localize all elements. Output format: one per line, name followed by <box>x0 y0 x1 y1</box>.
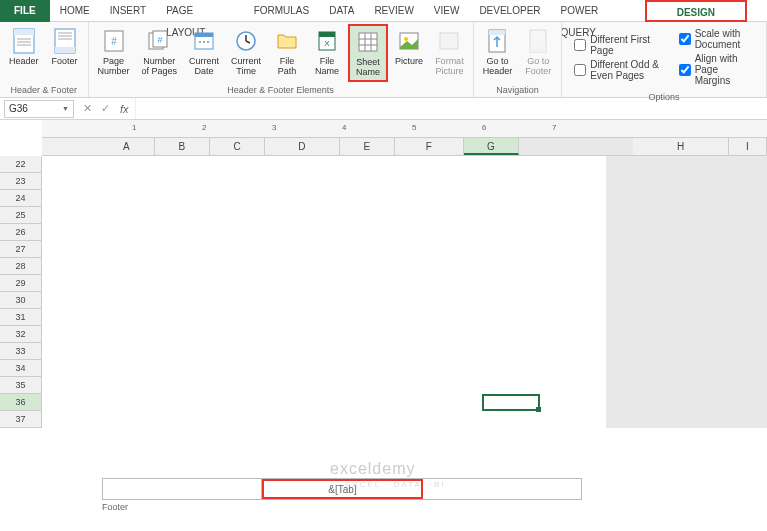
svg-rect-25 <box>319 32 335 37</box>
row-header[interactable]: 23 <box>0 173 41 190</box>
tab-page-layout[interactable]: PAGE LAYOUT <box>156 0 243 22</box>
header-label: Header <box>9 57 39 67</box>
fx-icon[interactable]: fx <box>120 103 129 115</box>
row-header[interactable]: 35 <box>0 377 41 394</box>
ribbon-group-navigation: Go toHeader Go toFooter Navigation <box>474 22 563 97</box>
accept-formula-button[interactable]: ✓ <box>96 102 114 115</box>
col-header-b[interactable]: B <box>155 138 210 155</box>
calendar-icon <box>190 27 218 55</box>
row-header[interactable]: 34 <box>0 360 41 377</box>
svg-rect-38 <box>530 47 546 52</box>
tab-power-query[interactable]: POWER QUERY <box>551 0 645 22</box>
ribbon: Header Footer Header & Footer # PageNumb… <box>0 22 767 98</box>
col-header-h[interactable]: H <box>633 138 728 155</box>
col-header-c[interactable]: C <box>210 138 265 155</box>
ribbon-group-elements: # PageNumber # Numberof Pages CurrentDat… <box>89 22 474 97</box>
format-picture-icon <box>435 27 463 55</box>
tab-insert[interactable]: INSERT <box>100 0 157 22</box>
svg-point-20 <box>207 41 209 43</box>
file-path-label: FilePath <box>278 57 297 77</box>
horizontal-ruler: 1 2 3 4 5 6 7 <box>42 120 767 138</box>
file-path-button[interactable]: FilePath <box>268 24 306 80</box>
go-to-footer-label: Go toFooter <box>525 57 551 77</box>
cancel-formula-button[interactable]: ✕ <box>78 102 96 115</box>
go-to-header-button[interactable]: Go toHeader <box>478 24 518 80</box>
go-to-header-icon <box>483 27 511 55</box>
page-number-label: PageNumber <box>98 57 130 77</box>
sheet-name-button[interactable]: SheetName <box>348 24 388 82</box>
col-header-i[interactable]: I <box>729 138 767 155</box>
ribbon-group-options: Different First Page Different Odd & Eve… <box>562 22 767 97</box>
row-header[interactable]: 28 <box>0 258 41 275</box>
col-header-f[interactable]: F <box>395 138 464 155</box>
header-button[interactable]: Header <box>4 24 44 70</box>
picture-icon <box>395 27 423 55</box>
row-headers: 22 23 24 25 26 27 28 29 30 31 32 33 34 3… <box>0 156 42 428</box>
svg-point-33 <box>404 37 408 41</box>
tab-data[interactable]: DATA <box>319 0 364 22</box>
current-date-button[interactable]: CurrentDate <box>184 24 224 80</box>
number-of-pages-label: Numberof Pages <box>142 57 178 77</box>
picture-label: Picture <box>395 57 423 67</box>
picture-button[interactable]: Picture <box>390 24 428 70</box>
row-header[interactable]: 24 <box>0 190 41 207</box>
tab-developer[interactable]: DEVELOPER <box>469 0 550 22</box>
current-time-button[interactable]: CurrentTime <box>226 24 266 80</box>
tab-formulas[interactable]: FORMULAS <box>244 0 320 22</box>
svg-rect-36 <box>489 30 505 35</box>
scale-with-document-checkbox[interactable]: Scale with Document <box>679 28 754 50</box>
tab-review[interactable]: REVIEW <box>364 0 423 22</box>
tab-view[interactable]: VIEW <box>424 0 470 22</box>
watermark-sub: EXCEL · DATA · BI <box>345 480 446 489</box>
row-header[interactable]: 22 <box>0 156 41 173</box>
row-header[interactable]: 32 <box>0 326 41 343</box>
different-first-page-checkbox[interactable]: Different First Page <box>574 34 660 56</box>
row-header[interactable]: 27 <box>0 241 41 258</box>
different-first-label: Different First Page <box>590 34 660 56</box>
tab-design[interactable]: DESIGN <box>645 0 747 22</box>
name-box[interactable]: G36 ▼ <box>4 100 74 118</box>
row-header[interactable]: 37 <box>0 411 41 428</box>
svg-text:#: # <box>158 35 163 45</box>
formula-bar: G36 ▼ ✕ ✓ fx <box>0 98 767 120</box>
col-header-g[interactable]: G <box>464 138 519 155</box>
name-box-value: G36 <box>9 103 28 114</box>
row-header[interactable]: 31 <box>0 309 41 326</box>
col-header-a[interactable]: A <box>99 138 154 155</box>
different-odd-even-label: Different Odd & Even Pages <box>590 59 660 81</box>
current-date-label: CurrentDate <box>189 57 219 77</box>
page-break-area <box>606 156 767 428</box>
col-header-e[interactable]: E <box>340 138 395 155</box>
row-header[interactable]: 36 <box>0 394 41 411</box>
align-margins-label: Align with Page Margins <box>695 53 754 86</box>
row-header[interactable]: 33 <box>0 343 41 360</box>
watermark: exceldemy <box>330 460 415 478</box>
formula-input[interactable] <box>135 98 767 119</box>
different-odd-even-checkbox[interactable]: Different Odd & Even Pages <box>574 59 660 81</box>
cells-area[interactable] <box>42 156 767 428</box>
ruler-mark: 1 <box>132 123 136 132</box>
row-header[interactable]: 30 <box>0 292 41 309</box>
svg-rect-34 <box>440 33 458 49</box>
number-of-pages-icon: # <box>145 27 173 55</box>
file-name-button[interactable]: X FileName <box>308 24 346 80</box>
row-header[interactable]: 29 <box>0 275 41 292</box>
selected-cell[interactable] <box>482 394 540 411</box>
group-label-elements: Header & Footer Elements <box>93 83 469 97</box>
clock-icon <box>232 27 260 55</box>
footer-button[interactable]: Footer <box>46 24 84 70</box>
row-header[interactable]: 26 <box>0 224 41 241</box>
footer-left-box[interactable] <box>103 479 262 499</box>
number-of-pages-button[interactable]: # Numberof Pages <box>137 24 183 80</box>
page-number-button[interactable]: # PageNumber <box>93 24 135 80</box>
ruler-mark: 5 <box>412 123 416 132</box>
format-picture-label: FormatPicture <box>435 57 464 77</box>
align-with-margins-checkbox[interactable]: Align with Page Margins <box>679 53 754 86</box>
footer-right-box[interactable] <box>423 479 581 499</box>
col-header-d[interactable]: D <box>265 138 339 155</box>
ruler-mark: 7 <box>552 123 556 132</box>
tab-home[interactable]: HOME <box>50 0 100 22</box>
tab-file[interactable]: FILE <box>0 0 50 22</box>
row-header[interactable]: 25 <box>0 207 41 224</box>
folder-icon <box>273 27 301 55</box>
